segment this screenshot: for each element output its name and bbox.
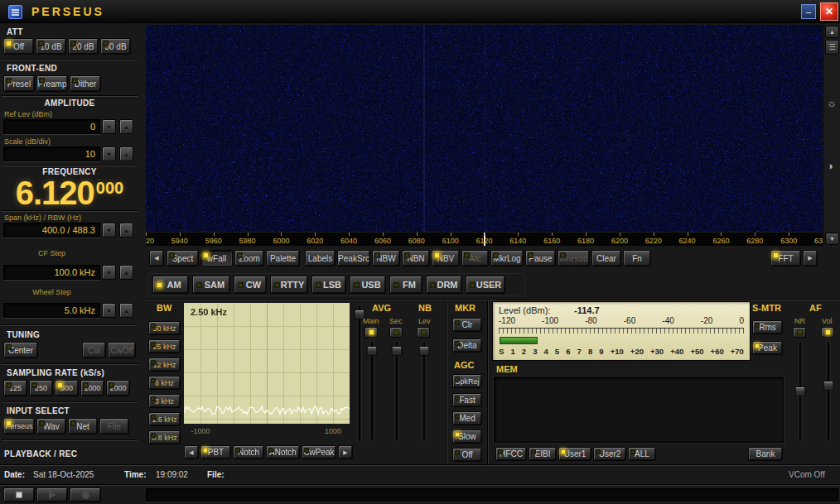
slider-handle[interactable] xyxy=(366,346,377,356)
agc-med-button[interactable]: Med xyxy=(452,411,482,425)
slider-handle[interactable] xyxy=(794,386,805,396)
bw-3khz-button[interactable]: 3 kHz xyxy=(148,394,181,408)
wheel-step-down-button[interactable]: ▼ xyxy=(102,303,116,318)
af-vol-toggle[interactable] xyxy=(821,327,834,338)
af-nr-slider[interactable] xyxy=(794,341,806,441)
rate-2000-button[interactable]: 2000 xyxy=(106,380,130,396)
rate-250-button[interactable]: 250 xyxy=(29,380,53,396)
mode-usb-button[interactable]: USB xyxy=(350,276,386,294)
clear-button[interactable]: Clear xyxy=(591,250,621,266)
ref-level-down-button[interactable]: ▼ xyxy=(102,119,116,134)
mem-all-button[interactable]: ALL xyxy=(628,447,656,461)
bw-scroll-right-button[interactable]: ▶ xyxy=(338,445,353,459)
input-perseus-button[interactable]: Perseus xyxy=(3,418,35,434)
anotch-button[interactable]: ANotch xyxy=(266,445,300,459)
mode-cw-button[interactable]: CW xyxy=(234,276,267,294)
file-progress-bar[interactable] xyxy=(146,488,838,502)
avg-sec-toggle[interactable] xyxy=(389,327,403,338)
mem-eibi-button[interactable]: EIBI xyxy=(529,447,557,461)
nbw-button[interactable]: NBW xyxy=(372,250,400,266)
cf-step-down-button[interactable]: ▼ xyxy=(102,265,116,280)
scale-down-button[interactable]: ▼ xyxy=(102,146,116,161)
spect-button[interactable]: Spect xyxy=(167,250,199,266)
nbn-button[interactable]: NBN xyxy=(402,250,430,266)
bw-12khz-button[interactable]: 12 kHz xyxy=(148,358,181,372)
wfall-button[interactable]: wFall xyxy=(200,250,233,266)
preamp-button[interactable]: Preamp xyxy=(36,75,68,92)
slider-handle[interactable] xyxy=(823,381,833,391)
waterfall-scroll-up-button[interactable]: ▲ xyxy=(825,26,839,38)
ref-level-field[interactable]: 0 xyxy=(3,119,100,134)
bw-50khz-button[interactable]: 50 kHz xyxy=(148,321,181,335)
bw-6khz-button[interactable]: 6 kHz xyxy=(148,376,181,390)
mode-am-button[interactable]: AM xyxy=(152,276,189,294)
rate-500-button[interactable]: 500 xyxy=(55,380,79,396)
agc-slow-button[interactable]: Slow xyxy=(452,430,482,444)
avg-sec-slider[interactable] xyxy=(390,341,403,441)
afc-button[interactable]: Afc xyxy=(461,250,489,266)
passband-plot[interactable] xyxy=(184,303,350,424)
toolbar-scroll-left-button[interactable]: ◀ xyxy=(149,250,164,266)
input-file-button[interactable]: File xyxy=(99,418,129,434)
scale-field[interactable]: 10 xyxy=(3,146,100,161)
nb-lev-slider[interactable] xyxy=(418,341,430,441)
smtr-peak-button[interactable]: Peak xyxy=(752,341,783,355)
att-20db-button[interactable]: 20 dB xyxy=(68,38,99,55)
memory-list[interactable] xyxy=(494,377,784,443)
att-30db-button[interactable]: 30 dB xyxy=(100,38,131,55)
mode-drm-button[interactable]: DRM xyxy=(426,276,462,294)
minimize-button[interactable]: – xyxy=(801,4,816,19)
bw-25khz-button[interactable]: 25 kHz xyxy=(148,339,181,353)
wheel-step-up-button[interactable]: ▲ xyxy=(119,303,133,318)
waterfall-brightness-icon[interactable]: ☼ xyxy=(827,98,837,108)
record-button[interactable] xyxy=(70,487,101,502)
agc-off-button[interactable]: Off xyxy=(452,448,482,462)
rate-1000-button[interactable]: 1000 xyxy=(80,380,104,396)
nb-lev-toggle[interactable] xyxy=(417,327,430,338)
avg-main-toggle[interactable] xyxy=(364,327,378,338)
waterfall-scroll-down-button[interactable]: ▼ xyxy=(825,233,839,245)
mem-hfcc-button[interactable]: HFCC xyxy=(495,447,527,461)
input-net-button[interactable]: Net xyxy=(68,418,98,434)
close-button[interactable]: ✕ xyxy=(820,2,838,21)
input-wav-button[interactable]: Wav xyxy=(36,418,66,434)
tuning-cwoff-button[interactable]: CwOff xyxy=(108,342,136,358)
bw-1-6khz-button[interactable]: 1.6 kHz xyxy=(148,412,181,426)
smtr-rms-button[interactable]: Rms xyxy=(752,320,783,334)
slider-handle[interactable] xyxy=(418,346,429,356)
dither-button[interactable]: Dither xyxy=(70,75,101,92)
span-rbw-field[interactable]: 400.0 / 488.3 xyxy=(3,223,100,238)
pbt-button[interactable]: PBT xyxy=(200,445,231,459)
avg-main-slider[interactable] xyxy=(365,341,378,441)
cf-step-up-button[interactable]: ▲ xyxy=(119,265,133,280)
mode-user-button[interactable]: USER xyxy=(466,276,505,294)
peaksrc-button[interactable]: PeakSrc xyxy=(337,250,370,266)
mem-user2-button[interactable]: User2 xyxy=(593,447,626,461)
span-up-button[interactable]: ▲ xyxy=(119,223,133,238)
mode-rtty-button[interactable]: RTTY xyxy=(270,276,308,294)
agc-spkrej-button[interactable]: SpkRej xyxy=(452,374,482,388)
mem-user1-button[interactable]: User1 xyxy=(558,447,591,461)
mode-fm-button[interactable]: FM xyxy=(389,276,422,294)
agc-fast-button[interactable]: Fast xyxy=(452,393,482,407)
palette-button[interactable]: Palette xyxy=(266,250,300,266)
nbv-button[interactable]: NBV xyxy=(432,250,460,266)
mode-sam-button[interactable]: SAM xyxy=(192,276,230,294)
waterfall-display[interactable] xyxy=(146,25,823,232)
af-vol-slider[interactable] xyxy=(822,341,834,441)
mkrlog-button[interactable]: MkrLog xyxy=(490,250,524,266)
bw-0-8khz-button[interactable]: 0.8 kHz xyxy=(148,430,181,444)
frequency-scale[interactable]: 5920594059605980600060206040606060806100… xyxy=(146,232,823,246)
mnhold-button[interactable]: MnHold xyxy=(558,250,590,266)
waterfall-contrast-icon[interactable]: ◑ xyxy=(827,161,833,171)
frequency-display[interactable]: 6.120 000 xyxy=(0,175,139,212)
mem-bank-button[interactable]: Bank xyxy=(748,447,783,461)
att-10db-button[interactable]: 10 dB xyxy=(36,38,66,55)
labels-button[interactable]: Labels xyxy=(305,250,336,266)
zoom-button[interactable]: Zoom xyxy=(234,250,264,266)
fn-button[interactable]: Fn xyxy=(623,250,651,266)
cwpeak-button[interactable]: CwPeak xyxy=(302,445,336,459)
mkr-delta-button[interactable]: Delta xyxy=(452,338,482,353)
bw-scroll-left-button[interactable]: ◀ xyxy=(184,445,199,459)
play-button[interactable] xyxy=(36,487,68,502)
